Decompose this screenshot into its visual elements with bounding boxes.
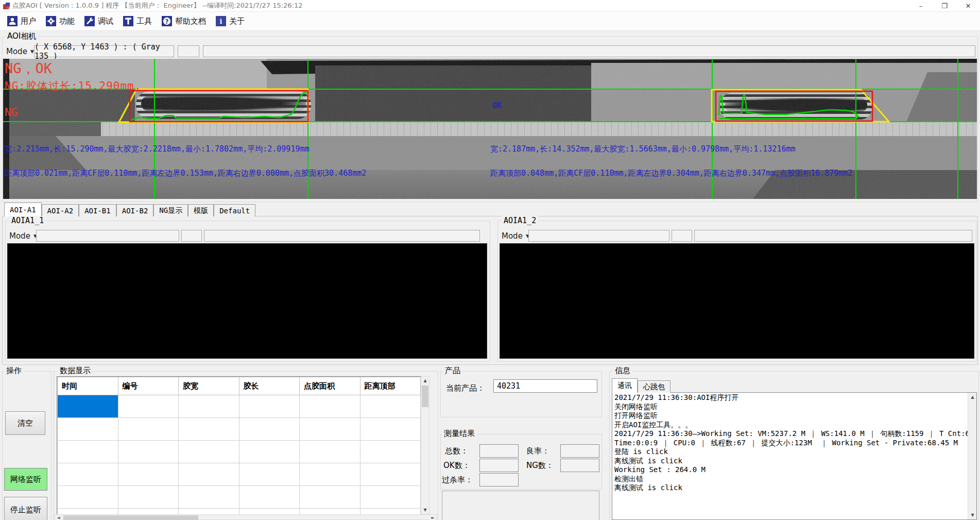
- menu-tools[interactable]: 工具: [120, 13, 159, 29]
- camera-field-small[interactable]: [178, 45, 199, 57]
- log-line: 开启AOI监控工具。。。: [614, 421, 974, 430]
- minimize-button[interactable]: –: [909, 0, 933, 11]
- table-cell[interactable]: [179, 418, 239, 441]
- table-cell[interactable]: [300, 418, 360, 441]
- aoia1-1-field-3[interactable]: [204, 230, 480, 242]
- right-glue-contour-bottom: [719, 116, 859, 119]
- table-cell[interactable]: [239, 441, 300, 463]
- results-label: 测量结果: [442, 429, 477, 439]
- scroll-up-icon[interactable]: ▲: [421, 377, 429, 384]
- table-cell[interactable]: [118, 418, 179, 441]
- table-cell[interactable]: [360, 441, 421, 463]
- col-glue-width[interactable]: 胶宽: [179, 377, 239, 395]
- vscroll-thumb[interactable]: [422, 385, 428, 407]
- ng-count-field[interactable]: [560, 459, 599, 472]
- camera-coordinate-field[interactable]: ( X 6568, Y 1463 ) : ( Gray 135 ): [34, 45, 174, 57]
- camera-field-long[interactable]: [203, 45, 975, 57]
- menu-debug[interactable]: 调试: [81, 13, 120, 29]
- stop-listen-button[interactable]: 停止监听: [4, 497, 47, 520]
- tab-aoi-b2[interactable]: AOI-B2: [116, 204, 154, 216]
- tab-template[interactable]: 模版: [188, 204, 214, 216]
- log-line: 2021/7/29 11:36:30—>Working Set: VM:5237…: [614, 429, 974, 439]
- aoi-tab-strip: AOI-A1 AOI-A2 AOI-B1 AOI-B2 NG显示 模版 Defa…: [4, 203, 255, 216]
- aoia1-1-field-2[interactable]: [181, 230, 202, 242]
- menu-user[interactable]: 用户: [4, 13, 43, 29]
- info-log[interactable]: 2021/7/29 11:36:30:AOI程序打开 关闭网络监听 打开网络监听…: [612, 392, 977, 520]
- total-count-field[interactable]: [479, 444, 519, 458]
- ok-count-field[interactable]: [479, 459, 519, 472]
- overlay-ng-length: NG:胶体过长:15.290mm,: [5, 79, 141, 93]
- col-distance-top[interactable]: 距离顶部: [360, 377, 421, 395]
- table-cell[interactable]: [58, 441, 118, 463]
- table-cell[interactable]: [118, 486, 179, 509]
- close-button[interactable]: ✕: [956, 0, 980, 11]
- tab-aoi-a2[interactable]: AOI-A2: [42, 204, 79, 216]
- aoia1-1-image[interactable]: [7, 243, 487, 359]
- table-cell[interactable]: [58, 486, 118, 509]
- table-vscrollbar[interactable]: ▲ ▼: [421, 376, 429, 514]
- aoia1-2-mode-dropdown[interactable]: Mode▼: [502, 230, 529, 242]
- table-cell[interactable]: [300, 463, 360, 486]
- col-glue-area[interactable]: 点胶面积: [300, 377, 360, 395]
- camera-mode-dropdown[interactable]: Mode▼: [6, 46, 34, 57]
- table-cell[interactable]: [300, 486, 360, 509]
- tab-aoi-b1[interactable]: AOI-B1: [79, 204, 116, 216]
- data-display-label: 数据显示: [58, 366, 93, 376]
- table-cell[interactable]: [360, 486, 421, 509]
- table-cell[interactable]: [239, 418, 300, 441]
- table-cell[interactable]: [179, 441, 239, 463]
- scroll-down-icon[interactable]: ▼: [421, 506, 429, 514]
- col-glue-length[interactable]: 胶长: [239, 377, 300, 395]
- table-cell[interactable]: [179, 395, 239, 418]
- scroll-down-icon[interactable]: ▼: [969, 511, 976, 519]
- log-scrollbar[interactable]: ▲ ▼: [968, 393, 976, 519]
- col-number[interactable]: 编号: [118, 377, 179, 395]
- table-cell[interactable]: [118, 441, 179, 463]
- table-cell[interactable]: [360, 418, 421, 441]
- selected-cell[interactable]: [58, 395, 118, 418]
- tab-aoi-a1[interactable]: AOI-A1: [4, 203, 42, 216]
- network-listen-button[interactable]: 网络监听: [4, 468, 47, 491]
- table-cell[interactable]: [118, 395, 179, 418]
- aoia1-2-field-2[interactable]: [672, 230, 692, 242]
- svg-text:?: ?: [165, 18, 169, 25]
- table-cell[interactable]: [179, 463, 239, 486]
- table-cell[interactable]: [58, 418, 118, 441]
- table-cell[interactable]: [58, 463, 118, 486]
- scroll-up-icon[interactable]: ▲: [969, 393, 976, 401]
- tab-default[interactable]: Default: [214, 204, 255, 216]
- aoia1-2-field-3[interactable]: [694, 230, 972, 242]
- maximize-button[interactable]: ❐: [933, 0, 956, 11]
- table-cell[interactable]: [360, 463, 421, 486]
- tab-ng-display[interactable]: NG显示: [153, 204, 188, 216]
- overkill-rate-field[interactable]: [479, 473, 519, 487]
- col-time[interactable]: 时间: [58, 377, 118, 395]
- aoia1-2-image[interactable]: [500, 243, 974, 359]
- table-row: [58, 463, 421, 486]
- aoia1-1-mode-dropdown[interactable]: Mode▼: [9, 230, 37, 242]
- table-cell[interactable]: [300, 395, 360, 418]
- table-cell[interactable]: [118, 463, 179, 486]
- aoia1-1-field-1[interactable]: [36, 230, 179, 242]
- scroll-left-icon[interactable]: ◄: [55, 515, 62, 520]
- hscroll-thumb[interactable]: [63, 515, 198, 520]
- tab-communication[interactable]: 通讯: [612, 378, 638, 393]
- table-cell[interactable]: [179, 486, 239, 509]
- aoia1-2-field-1[interactable]: [528, 230, 669, 242]
- table-cell[interactable]: [360, 395, 421, 418]
- table-cell[interactable]: [239, 463, 300, 486]
- table-cell[interactable]: [300, 441, 360, 463]
- clear-button[interactable]: 清空: [5, 411, 45, 435]
- table-cell[interactable]: [239, 486, 300, 509]
- current-product-field[interactable]: 40231: [493, 379, 597, 393]
- table-hscrollbar[interactable]: ◄ ►: [54, 514, 437, 520]
- camera-image[interactable]: NG，OK NG:胶体过长:15.290mm, NG OK 宽:2.215mm,…: [3, 59, 977, 199]
- app-icon: [3, 2, 10, 10]
- menu-help[interactable]: ? 帮助文档: [159, 13, 213, 29]
- menu-about[interactable]: i 关于: [213, 13, 251, 29]
- menu-function[interactable]: 功能: [43, 13, 81, 29]
- table-cell[interactable]: [239, 395, 300, 418]
- scroll-right-icon[interactable]: ►: [429, 515, 437, 520]
- tab-heartbeat[interactable]: 心跳包: [638, 380, 670, 393]
- yield-rate-field[interactable]: [560, 444, 599, 458]
